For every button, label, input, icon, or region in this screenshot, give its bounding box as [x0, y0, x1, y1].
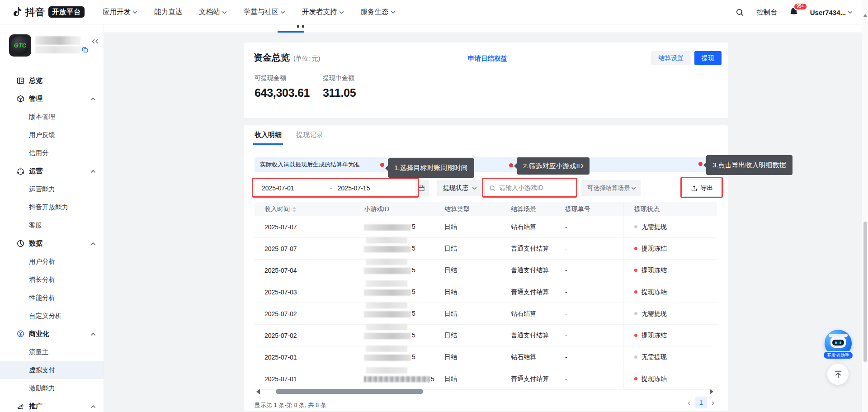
sidebar-item-商业化[interactable]: 商业化 [0, 325, 104, 343]
nav-item-文档站[interactable]: 文档站 [199, 7, 227, 17]
chevron-up-icon [90, 402, 96, 410]
next-page-arrow[interactable]: › [712, 397, 714, 408]
chevron-up-icon [90, 239, 96, 247]
date-separator: ~ [329, 185, 332, 192]
scroll-up-arrow[interactable] [863, 14, 867, 17]
sidebar-item-流量主[interactable]: 流量主 [0, 343, 104, 361]
notification-bell[interactable]: 99+ [789, 7, 798, 18]
page-scrollbar-thumb[interactable] [863, 222, 867, 362]
brand-logo[interactable]: 抖音 开放平台 [13, 6, 85, 19]
sidebar-item-数据[interactable]: 数据 [0, 234, 104, 252]
sidebar-item-虚拟支付[interactable]: 虚拟支付 [0, 361, 104, 379]
cell-settle-scene: 钻石结算 [511, 223, 565, 231]
game-id-redacted [364, 268, 411, 274]
settlement-settings-button[interactable]: 结算设置 [651, 51, 691, 65]
column-withdraw-no: 提现单号 [565, 205, 623, 213]
game-id-search-input[interactable]: 请输入小游戏ID [484, 180, 576, 196]
sidebar-item-自定义分析[interactable]: 自定义分析 [0, 307, 104, 325]
sort-icon[interactable] [292, 207, 296, 212]
date-end-value[interactable]: 2025-07-15 [338, 185, 370, 192]
game-id-suffix: 5 [412, 223, 415, 230]
app-avatar[interactable]: GTC [9, 34, 31, 57]
sidebar-item-抖音开放能力[interactable]: 抖音开放能力 [0, 198, 104, 216]
sidebar-item-label: 总览 [29, 76, 42, 85]
notice-bar: 实际收入请以提现后生成的结算单为准 [255, 157, 717, 172]
sidebar-item-增长分析[interactable]: 增长分析 [0, 270, 104, 289]
username: User7434... [810, 9, 846, 16]
cell-withdraw-no: - [565, 223, 623, 231]
game-name-redacted [366, 259, 407, 265]
back-to-top-button[interactable] [827, 364, 849, 385]
page-number[interactable]: 1 [695, 397, 707, 408]
scroll-right-arrow[interactable] [710, 389, 713, 394]
sidebar-item-性能分析[interactable]: 性能分析 [0, 289, 104, 307]
user-menu[interactable]: User7434... [810, 9, 853, 16]
status-label: 提现冻结 [642, 245, 667, 253]
status-dot [634, 355, 637, 359]
sidebar-item-label: 信用分 [29, 149, 49, 157]
sidebar-item-管理[interactable]: 管理 [0, 90, 104, 108]
export-button[interactable]: 导出 [683, 180, 721, 197]
scroll-left-arrow[interactable] [256, 389, 260, 394]
date-range-picker[interactable]: 2025-07-01 ~ 2025-07-15 [255, 180, 429, 196]
cube-icon [16, 95, 25, 103]
settle-scene-select[interactable]: 可选择结算场景 [581, 180, 641, 196]
withdraw-status-select[interactable]: 提现状态 [437, 180, 481, 196]
sidebar-item-推广[interactable]: 推广 [0, 397, 104, 412]
notice-text: 实际收入请以提现后生成的结算单为准 [260, 161, 360, 169]
tab-withdraw-records[interactable]: 提现记录 [296, 125, 323, 145]
horizontal-scrollbar[interactable] [255, 388, 717, 394]
daily-settlement-link[interactable]: 申请日结权益 [468, 54, 507, 63]
status-label: 无需提现 [642, 310, 667, 318]
sidebar-item-label: 用户分析 [29, 257, 55, 266]
scrollbar-thumb[interactable] [276, 389, 423, 394]
withdrawable-metric: 可提现金额 643,303.61 [255, 74, 310, 99]
sidebar-item-label: 商业化 [29, 330, 49, 338]
sidebar-item-总览[interactable]: 总览 [0, 71, 104, 90]
console-link[interactable]: 控制台 [756, 8, 778, 17]
sidebar-item-客服[interactable]: 客服 [0, 216, 104, 234]
sidebar-item-用户分析[interactable]: 用户分析 [0, 252, 104, 270]
nav-item-服务生态[interactable]: 服务生态 [361, 7, 396, 17]
sidebar-item-信用分[interactable]: 信用分 [0, 144, 104, 162]
sidebar-item-版本管理[interactable]: 版本管理 [0, 108, 104, 126]
sidebar-item-运营[interactable]: 运营 [0, 162, 104, 180]
sidebar-item-label: 版本管理 [29, 113, 55, 121]
cell-settle-scene: 普通支付结算 [511, 288, 565, 296]
column-settle-scene: 结算场景 [511, 205, 565, 213]
cell-income-time: 2025-07-01 [255, 375, 364, 383]
tabs-divider [244, 145, 728, 145]
app-avatar-text: GTC [14, 42, 26, 49]
douyin-note-icon [13, 6, 23, 18]
prev-page-arrow[interactable]: ‹ [688, 397, 690, 408]
column-game-id: 小游戏ID [364, 205, 444, 213]
pagination: ‹ 1 › [688, 397, 714, 408]
withdraw-button[interactable]: 提现 [694, 51, 722, 65]
sidebar-item-label: 运营能力 [29, 185, 55, 194]
status-dot [634, 225, 637, 228]
collapse-sidebar-icon[interactable] [91, 38, 99, 47]
cell-settle-scene: 普通支付结算 [511, 266, 565, 275]
nav-item-能力直达[interactable]: 能力直达 [154, 7, 182, 17]
search-icon[interactable] [735, 7, 745, 17]
nav-item-label: 应用开发 [103, 7, 131, 17]
data-icon [16, 239, 25, 248]
cell-withdraw-no: - [565, 310, 623, 317]
calendar-icon[interactable] [418, 185, 425, 194]
date-start-value[interactable]: 2025-07-01 [262, 185, 294, 192]
tab-income-detail[interactable]: 收入明细 [255, 125, 282, 145]
sidebar-item-激励能力[interactable]: 激励能力 [0, 379, 104, 397]
nav-item-学堂与社区[interactable]: 学堂与社区 [244, 7, 286, 17]
nav-item-应用开发[interactable]: 应用开发 [103, 7, 137, 17]
sidebar-item-运营能力[interactable]: 运营能力 [0, 180, 104, 198]
copy-icon[interactable] [82, 47, 88, 55]
game-name-redacted [366, 324, 407, 330]
cell-income-time: 2025-07-02 [255, 332, 364, 339]
page-scrollbar[interactable] [862, 0, 868, 412]
sidebar-item-label: 运营 [29, 167, 42, 175]
sidebar-item-用户反馈[interactable]: 用户反馈 [0, 126, 104, 144]
nav-item-开发者支持[interactable]: 开发者支持 [302, 7, 344, 17]
table-row: 2025-07-025日结钻石结算-无需提现 [255, 303, 717, 325]
cell-game-id: 5 [364, 375, 444, 383]
column-income-time[interactable]: 收入时间 [255, 205, 364, 213]
